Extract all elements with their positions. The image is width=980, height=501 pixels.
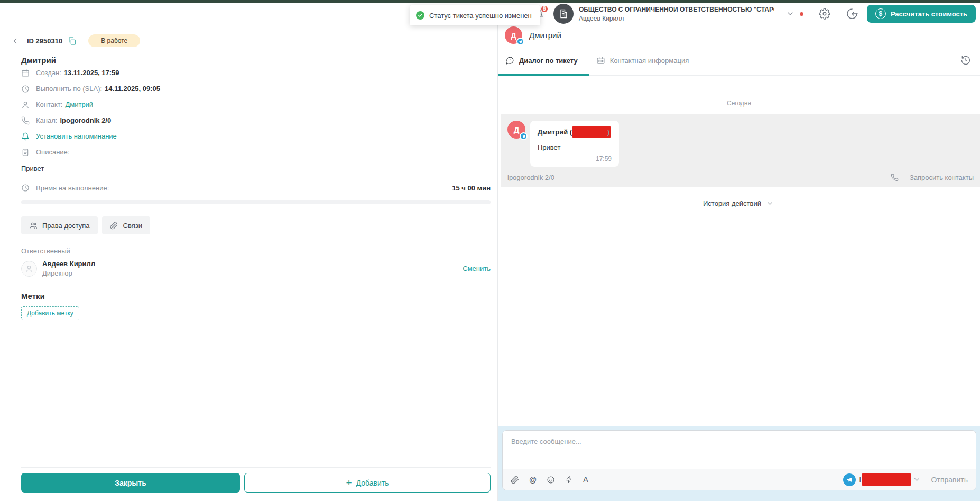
relations-label: Связи xyxy=(123,222,142,230)
field-label: Канал: xyxy=(36,116,57,124)
add-tag-button[interactable]: Добавить метку xyxy=(21,306,79,320)
notification-count-badge: 8 xyxy=(540,5,549,13)
add-button-label: Добавить xyxy=(356,479,389,487)
add-button[interactable]: + Добавить xyxy=(244,473,491,493)
message-author: Дмитрий () xyxy=(538,126,612,138)
day-divider: Сегодня xyxy=(498,99,980,107)
composer-toolbar: @ A i xyxy=(503,469,976,490)
plus-icon: + xyxy=(346,478,352,488)
tab-contact-info-label: Контактная информация xyxy=(610,57,689,65)
building-icon xyxy=(558,8,569,19)
ticket-id: ID 2950310 xyxy=(27,37,62,45)
channel-name-prefix: i xyxy=(859,476,861,484)
chat-contact-name: Дмитрий xyxy=(529,31,561,40)
set-reminder-link[interactable]: Установить напоминание xyxy=(36,132,117,140)
link-icon xyxy=(110,222,119,230)
message-row: Д Дмитрий () Привет 17:59 xyxy=(507,121,974,167)
ticket-actions-row: Права доступа Связи xyxy=(21,216,491,234)
message-input[interactable] xyxy=(503,431,976,470)
quick-replies-icon[interactable] xyxy=(565,476,573,484)
contact-link[interactable]: Дмитрий xyxy=(65,101,93,108)
settings-gear-icon[interactable] xyxy=(819,8,830,20)
header-divider xyxy=(838,6,838,22)
contact-card-icon xyxy=(596,56,605,65)
responsible-label: Ответственный xyxy=(21,247,491,255)
field-contact: Контакт: Дмитрий xyxy=(21,97,491,112)
copy-icon[interactable] xyxy=(68,37,77,45)
reminder-row: Установить напоминание xyxy=(21,129,491,144)
app-screen: 8 ОБЩЕСТВО С ОГРАНИЧЕННОЙ ОТВЕТСТВЕННОСТ… xyxy=(0,0,980,501)
composer-area: @ A i xyxy=(498,426,980,501)
bell-reminder-icon xyxy=(21,132,30,141)
dollar-icon: $ xyxy=(875,8,886,19)
chat-panel: Д Дмитрий Диалог по тикету Контактная ин… xyxy=(497,25,980,501)
ticket-head-row: ID 2950310 В работе xyxy=(0,34,491,48)
person-icon xyxy=(21,101,30,109)
execution-time-value: 15 ч 00 мин xyxy=(452,184,491,192)
contact-avatar-letter: Д xyxy=(511,31,516,40)
chat-tabs: Диалог по тикету Контактная информация xyxy=(498,45,980,76)
ticket-title: Дмитрий xyxy=(21,56,491,65)
request-contacts-link[interactable]: Запросить контакты xyxy=(891,174,974,181)
tags-title: Метки xyxy=(21,292,491,300)
calculate-cost-label: Рассчитать стоимость xyxy=(891,10,967,18)
message-text: Привет xyxy=(538,143,612,151)
calculate-cost-button[interactable]: $ Рассчитать стоимость xyxy=(867,5,976,23)
divider xyxy=(21,211,491,211)
ticket-status-badge[interactable]: В работе xyxy=(88,34,140,47)
responsible-avatar xyxy=(21,261,37,277)
tab-dialog[interactable]: Диалог по тикету xyxy=(498,45,589,75)
phone-icon xyxy=(891,174,900,181)
tab-dialog-label: Диалог по тикету xyxy=(519,57,578,65)
description-row: Описание: xyxy=(21,144,491,160)
attachment-icon[interactable] xyxy=(511,476,519,484)
channel-label: ipogorodnik 2/0 xyxy=(507,174,554,181)
telegram-channel-icon[interactable] xyxy=(843,473,856,486)
account-info[interactable]: ОБЩЕСТВО С ОГРАНИЧЕННОЙ ОТВЕТСТВЕННОСТЬЮ… xyxy=(579,6,774,22)
history-icon[interactable] xyxy=(960,55,971,66)
users-icon xyxy=(29,221,38,230)
ticket-footer: Закрыть + Добавить xyxy=(21,467,491,493)
telegram-badge-icon xyxy=(516,38,524,45)
access-rights-button[interactable]: Права доступа xyxy=(21,216,98,234)
message-time: 17:59 xyxy=(538,155,612,162)
back-chevron-icon[interactable] xyxy=(11,37,20,45)
composer-send-area: i Отправить xyxy=(843,473,968,486)
relations-button[interactable]: Связи xyxy=(102,216,150,234)
message-author-paren: ) xyxy=(607,128,609,136)
field-value: 14.11.2025, 09:05 xyxy=(105,85,160,93)
access-rights-label: Права доступа xyxy=(42,222,90,230)
description-text: Привет xyxy=(21,165,491,172)
divider xyxy=(21,284,491,284)
current-user-name: Авдеев Кирилл xyxy=(579,15,774,22)
change-responsible-link[interactable]: Сменить xyxy=(463,265,491,272)
logout-icon[interactable] xyxy=(846,7,858,20)
chat-body: Сегодня Д Дмитрий () Привет 17:59 xyxy=(498,76,980,426)
message-avatar: Д xyxy=(507,121,525,139)
divider xyxy=(21,330,491,330)
emoji-icon[interactable] xyxy=(547,476,555,484)
tab-contact-info[interactable]: Контактная информация xyxy=(589,45,700,75)
field-channel: Канал: ipogorodnik 2/0 xyxy=(21,113,491,128)
message-author-name: Дмитрий ( xyxy=(538,128,572,136)
document-icon xyxy=(21,148,30,157)
mention-icon[interactable]: @ xyxy=(529,476,537,484)
channel-chevron-down-icon[interactable] xyxy=(913,476,921,484)
field-value: ipogorodnik 2/0 xyxy=(60,116,111,124)
account-chevron-down-icon[interactable] xyxy=(786,10,794,18)
message-group: Д Дмитрий () Привет 17:59 ipogorod xyxy=(501,114,980,187)
company-avatar[interactable] xyxy=(553,4,574,24)
contact-avatar[interactable]: Д xyxy=(505,26,522,44)
company-name: ОБЩЕСТВО С ОГРАНИЧЕННОЙ ОТВЕТСТВЕННОСТЬЮ… xyxy=(579,6,774,13)
status-indicator-dot xyxy=(800,12,803,16)
send-button[interactable]: Отправить xyxy=(931,476,968,484)
telegram-badge-icon xyxy=(520,132,528,140)
history-toggle[interactable]: История действий xyxy=(498,199,980,207)
success-check-icon xyxy=(416,11,424,20)
close-ticket-button[interactable]: Закрыть xyxy=(21,473,240,493)
message-bubble: Дмитрий () Привет 17:59 xyxy=(530,121,619,167)
execution-time-row: Время на выполнение: 15 ч 00 мин xyxy=(21,184,491,192)
sla-progress-bar xyxy=(21,200,491,204)
format-text-icon[interactable]: A xyxy=(583,476,588,484)
ticket-panel: ID 2950310 В работе Дмитрий Создан: 13.1… xyxy=(0,25,497,501)
